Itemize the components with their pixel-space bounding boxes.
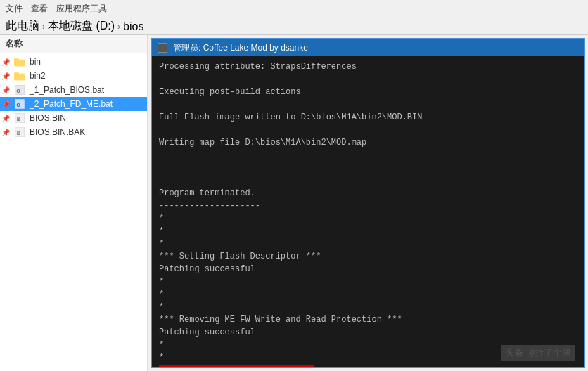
main-content: 名称 📌 bin 📌 bbox=[0, 35, 588, 371]
pin-icon: 📌 bbox=[1, 86, 10, 94]
pin-icon: 📌 bbox=[1, 58, 10, 66]
terminal-line: * bbox=[159, 275, 577, 288]
terminal-line: *** Removing ME FW Write and Read Protec… bbox=[159, 313, 577, 326]
list-item[interactable]: 📌 bin bbox=[0, 55, 147, 69]
menu-apptool[interactable]: 应用程序工具 bbox=[56, 3, 107, 15]
terminal-window: 管理员: Coffee Lake Mod by dsanke Processin… bbox=[151, 38, 585, 368]
terminal-title: 管理员: Coffee Lake Mod by dsanke bbox=[173, 42, 308, 54]
terminal-line: * bbox=[159, 301, 577, 313]
svg-rect-3 bbox=[14, 72, 19, 74]
terminal-line: * bbox=[159, 212, 577, 225]
path-sep-1: › bbox=[42, 22, 45, 32]
terminal-title-bar[interactable]: 管理员: Coffee Lake Mod by dsanke bbox=[152, 39, 584, 56]
terminal-line: * bbox=[159, 237, 577, 250]
menu-view[interactable]: 查看 bbox=[31, 3, 48, 15]
sidebar-header: 名称 bbox=[0, 35, 147, 53]
terminal-line: Full Flash image written to D:\bios\M1A\… bbox=[159, 111, 577, 124]
svg-text:⚙: ⚙ bbox=[16, 89, 20, 93]
bat-icon: ⚙ bbox=[14, 98, 25, 110]
list-item[interactable]: 📌 bin2 bbox=[0, 69, 147, 83]
menu-file[interactable]: 文件 bbox=[6, 3, 23, 15]
file-name: _2_Patch_FD_ME.bat bbox=[30, 99, 113, 109]
list-item[interactable]: 📌 🗎 BIOS.BIN bbox=[0, 111, 147, 125]
file-name: bin2 bbox=[30, 71, 46, 81]
terminal-line bbox=[159, 162, 577, 174]
terminal-line: Executing post-build actions bbox=[159, 86, 577, 98]
file-name: _1_Patch_BIOS.bat bbox=[30, 85, 104, 95]
pin-icon: 📌 bbox=[1, 72, 10, 80]
terminal-body[interactable]: Processing attribute: StrapsDifferences … bbox=[152, 56, 584, 367]
path-bios[interactable]: bios bbox=[123, 20, 143, 33]
path-bar: 此电脑 › 本地磁盘 (D:) › bios bbox=[0, 18, 588, 35]
terminal-app-icon bbox=[158, 43, 167, 53]
terminal-line: Program terminated. bbox=[159, 187, 577, 200]
pin-icon: 📌 bbox=[1, 129, 10, 136]
svg-text:🗎: 🗎 bbox=[16, 117, 21, 122]
list-item[interactable]: 📌 ⚙ _1_Patch_BIOS.bat bbox=[0, 83, 147, 97]
top-toolbar: 文件 查看 应用程序工具 bbox=[0, 0, 588, 18]
terminal-line: Writing map file D:\bios\M1A\bin2\MOD.ma… bbox=[159, 136, 577, 149]
file-icon: 🗎 bbox=[14, 126, 25, 138]
terminal-line: -------------------- bbox=[159, 200, 577, 212]
path-drive[interactable]: 本地磁盘 (D:) bbox=[48, 19, 115, 34]
file-list: 📌 bin 📌 bin2 bbox=[0, 53, 147, 371]
file-name: bin bbox=[30, 57, 41, 67]
terminal-line bbox=[159, 73, 577, 86]
terminal-line: *** Setting Flash Descriptor *** bbox=[159, 250, 577, 263]
folder-icon bbox=[14, 56, 25, 67]
folder-icon bbox=[14, 70, 25, 82]
terminal-line bbox=[159, 98, 577, 111]
terminal-line: * bbox=[159, 225, 577, 237]
terminal-line bbox=[159, 174, 577, 187]
file-sidebar: 名称 📌 bin 📌 bbox=[0, 35, 148, 371]
path-sep-2: › bbox=[117, 22, 120, 32]
terminal-line bbox=[159, 149, 577, 162]
file-name: BIOS.BIN.BAK bbox=[30, 127, 85, 137]
svg-text:🗎: 🗎 bbox=[16, 131, 21, 136]
terminal-line bbox=[159, 124, 577, 136]
terminal-line: Patching successful bbox=[159, 326, 577, 339]
terminal-line: Processing attribute: StrapsDifferences bbox=[159, 60, 577, 73]
list-item-selected[interactable]: 📌 ⚙ _2_Patch_FD_ME.bat ➤ bbox=[0, 97, 147, 111]
terminal-line: * bbox=[159, 288, 577, 301]
highlight-box: * *** All done *** *** Press any key to … bbox=[159, 365, 314, 367]
pin-icon: 📌 bbox=[1, 115, 10, 122]
bat-icon: ⚙ bbox=[14, 84, 25, 96]
file-icon: 🗎 bbox=[14, 112, 25, 124]
path-computer[interactable]: 此电脑 bbox=[6, 19, 39, 34]
file-name: BIOS.BIN bbox=[30, 113, 66, 123]
watermark: 头条 @折了个腾 bbox=[501, 345, 575, 362]
svg-rect-1 bbox=[14, 58, 19, 60]
svg-text:⚙: ⚙ bbox=[16, 103, 20, 108]
list-item[interactable]: 📌 🗎 BIOS.BIN.BAK bbox=[0, 125, 147, 139]
pin-icon: 📌 bbox=[1, 100, 10, 108]
terminal-line: Patching successful bbox=[159, 263, 577, 275]
